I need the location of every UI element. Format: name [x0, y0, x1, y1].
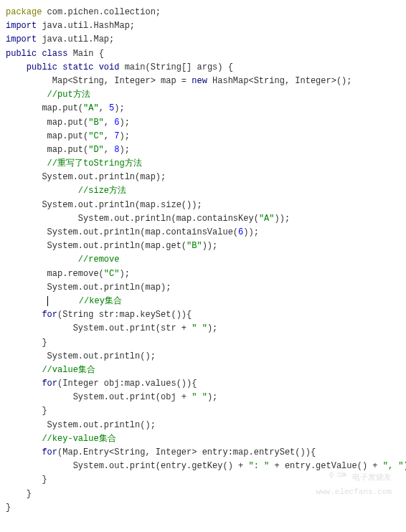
- code-line: //key集合: [6, 295, 400, 308]
- code-token: ,: [99, 103, 109, 113]
- watermark-url: www.elecfans.com: [316, 488, 392, 496]
- code-token: static: [62, 62, 93, 72]
- watermark: 电子发烧友 www.elecfans.com: [316, 469, 392, 499]
- code-line: //key-value集合: [6, 432, 400, 446]
- code-token: ,: [104, 145, 114, 155]
- code-token: "C": [88, 131, 104, 141]
- code-token: );: [119, 131, 129, 141]
- code-token: ": ": [248, 461, 269, 471]
- code-line: System.out.println();: [6, 350, 400, 364]
- code-token: }: [42, 406, 47, 416]
- code-token: (Integer obj:map.values()){: [57, 379, 197, 389]
- code-token: "A": [83, 103, 99, 113]
- code-token: map.remove(: [47, 269, 104, 279]
- code-line: for(Integer obj:map.values()){: [6, 377, 400, 391]
- code-line: System.out.println(map);: [6, 171, 400, 184]
- code-token: System.out.println(map);: [42, 172, 166, 182]
- code-token: System.out.println();: [47, 420, 156, 430]
- code-token: new: [192, 76, 207, 86]
- code-token: System.out.println(map);: [47, 282, 171, 293]
- code-token: map.put(: [47, 118, 89, 128]
- code-line: }: [6, 404, 400, 418]
- code-token: " ": [192, 392, 207, 402]
- code-line: System.out.println(map.size());: [6, 199, 400, 212]
- code-token: HashMap<String, Integer>();: [207, 76, 352, 86]
- code-token: "B": [187, 241, 202, 251]
- code-token: ,: [104, 118, 114, 128]
- code-line: System.out.println(map);: [6, 281, 400, 295]
- code-line: map.put("D", 8);: [6, 143, 400, 157]
- code-token: System.out.println(map.get(: [47, 241, 187, 251]
- code-token: }: [42, 475, 47, 485]
- code-line: //重写了toString方法: [6, 157, 400, 171]
- code-token: main(String[] args) {: [119, 62, 232, 72]
- code-line: System.out.print(obj + " ");: [6, 391, 400, 404]
- code-line: System.out.println(map.get("B"));: [6, 239, 400, 253]
- code-token: System.out.print(str +: [73, 323, 192, 333]
- code-token: ,: [104, 131, 114, 141]
- code-token: [48, 296, 79, 306]
- code-line: //value集合: [6, 364, 400, 377]
- code-token: (String str:map.keySet()){: [57, 310, 192, 320]
- code-token: ));: [243, 227, 259, 237]
- code-line: //size方法: [6, 184, 400, 198]
- watermark-icon: [327, 469, 347, 486]
- code-token: }: [27, 489, 32, 499]
- code-token: //size方法: [78, 186, 126, 196]
- code-token: package: [6, 7, 42, 17]
- code-token: //value集合: [42, 365, 95, 375]
- code-token: map.put(: [42, 103, 83, 113]
- code-token: Map<String, Integer> map =: [52, 76, 192, 86]
- code-line: package com.pichen.collection;: [6, 6, 400, 19]
- code-line: System.out.println(map.containsKey("A"))…: [6, 212, 400, 226]
- code-token: ));: [202, 241, 218, 251]
- code-token: "A": [259, 214, 275, 224]
- code-token: "D": [88, 145, 104, 155]
- svg-point-0: [343, 473, 346, 476]
- code-token: Main {: [67, 49, 103, 59]
- code-token: //key集合: [79, 296, 122, 306]
- code-block: package com.pichen.collection;import jav…: [6, 6, 400, 515]
- code-line: map.remove("C");: [6, 267, 400, 281]
- code-token: "C": [104, 269, 120, 279]
- code-token: }: [42, 338, 47, 348]
- code-token: public: [27, 62, 57, 72]
- code-token: for: [42, 310, 57, 320]
- code-token: );: [207, 323, 217, 333]
- code-token: java.util.HashMap;: [37, 21, 135, 31]
- code-token: }: [6, 503, 11, 513]
- code-line: map.put("B", 6);: [6, 116, 400, 130]
- code-token: );: [119, 118, 129, 128]
- code-token: );: [119, 145, 129, 155]
- code-line: System.out.println();: [6, 419, 400, 432]
- code-token: map.put(: [47, 131, 89, 141]
- code-token: //remove: [78, 255, 120, 265]
- code-line: Map<String, Integer> map = new HashMap<S…: [6, 75, 400, 88]
- code-token: map.put(: [47, 145, 89, 155]
- code-token: import: [6, 21, 37, 31]
- watermark-text: 电子发烧友: [352, 473, 392, 482]
- code-line: map.put("A", 5);: [6, 102, 400, 115]
- code-token: //put方法: [47, 90, 90, 100]
- code-line: import java.util.Map;: [6, 33, 400, 47]
- code-token: System.out.println(map.containsValue(: [47, 227, 238, 237]
- code-line: for(String str:map.keySet()){: [6, 308, 400, 322]
- code-line: System.out.print(str + " ");: [6, 322, 400, 336]
- code-token: );: [114, 103, 124, 113]
- code-token: System.out.println(map.size());: [42, 200, 202, 210]
- code-token: import: [6, 34, 37, 44]
- code-line: for(Map.Entry<String, Integer> entry:map…: [6, 446, 400, 460]
- code-line: map.put("C", 7);: [6, 130, 400, 143]
- code-line: }: [6, 336, 400, 350]
- code-token: System.out.print(entry.getKey() +: [73, 461, 249, 471]
- code-token: );: [119, 269, 129, 279]
- code-line: }: [6, 501, 400, 515]
- code-token: for: [42, 379, 57, 389]
- code-token: " ": [192, 323, 207, 333]
- code-line: //put方法: [6, 88, 400, 102]
- code-token: "B": [88, 118, 104, 128]
- code-token: void: [99, 62, 120, 72]
- code-token: );: [207, 392, 217, 402]
- code-token: for: [42, 447, 57, 457]
- code-line: import java.util.HashMap;: [6, 19, 400, 33]
